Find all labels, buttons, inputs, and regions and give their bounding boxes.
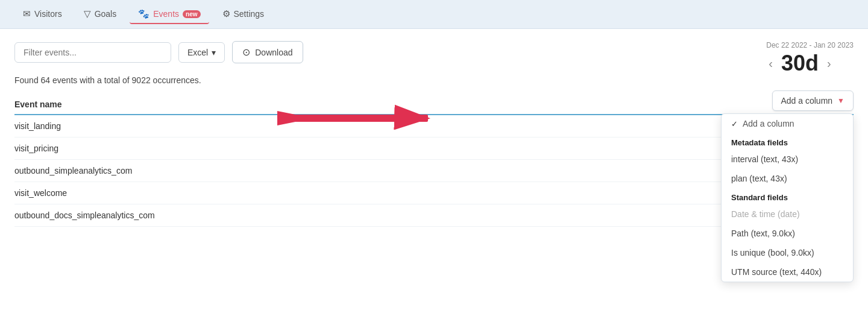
events-icon: 🐾	[138, 8, 149, 19]
date-prev-button[interactable]: ‹	[766, 57, 775, 71]
main-content: Dec 22 2022 - Jan 20 2023 ‹ 30d › Excel …	[0, 29, 868, 316]
dropdown-standard-label: Standard fields	[731, 193, 788, 202]
summary-text: Found 64 events with a total of 9022 occ…	[14, 75, 854, 85]
dropdown-isunique-label: Is unique (bool, 9.0kx)	[731, 248, 814, 258]
dropdown-item-utm-source[interactable]: UTM source (text, 440x)	[722, 262, 853, 282]
dropdown-header-metadata: Metadata fields	[722, 133, 853, 150]
excel-caret-icon: ▾	[212, 48, 216, 57]
dropdown-plan-label: plan (text, 43x)	[731, 174, 787, 183]
dropdown-item-add-column[interactable]: ✓ Add a column	[722, 114, 853, 133]
nav-item-goals[interactable]: ▽ Goals	[75, 5, 125, 24]
add-column-label: Add a column	[781, 96, 833, 106]
dropdown-metadata-label: Metadata fields	[731, 138, 788, 147]
date-range-label: Dec 22 2022 - Jan 20 2023	[766, 41, 854, 49]
excel-button[interactable]: Excel ▾	[178, 42, 225, 63]
nav-label-settings: Settings	[234, 9, 265, 19]
dropdown-path-label: Path (text, 9.0kx)	[731, 229, 795, 238]
excel-label: Excel	[187, 48, 208, 57]
dropdown-item-plan[interactable]: plan (text, 43x)	[722, 169, 853, 188]
add-column-dropdown: ✓ Add a column Metadata fields interval …	[721, 113, 854, 282]
events-badge: new	[183, 10, 200, 18]
add-column-caret-icon: ▼	[837, 96, 844, 105]
toolbar: Excel ▾ ⊙ Download	[14, 41, 854, 63]
date-range-container: Dec 22 2022 - Jan 20 2023 ‹ 30d ›	[766, 41, 854, 76]
dropdown-item-interval[interactable]: interval (text, 43x)	[722, 150, 853, 169]
download-button[interactable]: ⊙ Download	[232, 41, 303, 63]
nav-item-visitors[interactable]: ✉ Visitors	[14, 5, 71, 24]
nav-label-goals: Goals	[95, 9, 117, 19]
dropdown-item-path[interactable]: Path (text, 9.0kx)	[722, 224, 853, 243]
nav-item-settings[interactable]: ⚙ Settings	[214, 5, 273, 24]
dropdown-header-standard: Standard fields	[722, 188, 853, 204]
dropdown-datetime-label: Date & time (date)	[731, 209, 800, 219]
svg-rect-2	[277, 115, 428, 122]
nav-label-visitors: Visitors	[34, 9, 62, 19]
dropdown-item-datetime: Date & time (date)	[722, 204, 853, 224]
arrow-annotation	[265, 100, 446, 138]
goals-icon: ▽	[84, 8, 91, 19]
download-icon: ⊙	[242, 46, 250, 58]
visitors-icon: ✉	[23, 8, 31, 19]
check-icon: ✓	[731, 119, 738, 128]
dropdown-interval-label: interval (text, 43x)	[731, 154, 798, 164]
dropdown-item-is-unique[interactable]: Is unique (bool, 9.0kx)	[722, 243, 853, 262]
nav-item-events[interactable]: 🐾 Events new	[130, 5, 209, 24]
dropdown-checked-label: Add a column	[743, 119, 794, 128]
date-period: 30d	[781, 51, 819, 76]
download-label: Download	[255, 48, 292, 57]
nav-label-events: Events	[153, 9, 179, 19]
dropdown-utmsource-label: UTM source (text, 440x)	[731, 267, 822, 277]
date-range-nav: ‹ 30d ›	[766, 51, 854, 76]
add-column-button[interactable]: Add a column ▼	[772, 90, 854, 111]
date-next-button[interactable]: ›	[825, 57, 834, 71]
filter-events-input[interactable]	[14, 42, 171, 63]
settings-icon: ⚙	[222, 8, 230, 19]
top-navigation: ✉ Visitors ▽ Goals 🐾 Events new ⚙ Settin…	[0, 0, 868, 29]
